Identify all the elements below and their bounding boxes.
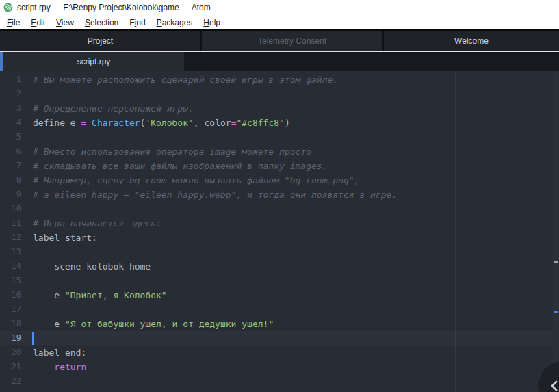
title-bar: script.rpy — F:\Renpy Project\Kolobok\ga… [0,0,559,15]
code-line[interactable]: 18 e "Я от бабушки ушел, и от дедушки уш… [0,317,559,331]
code-text: return [27,360,86,374]
code-line[interactable]: 6# Вместо использования оператора image … [0,144,559,159]
tab-script-rpy[interactable]: script.rpy [3,52,184,71]
code-text: # Вы можете расположить сценарий своей и… [27,73,338,87]
menu-view[interactable]: View [51,16,79,29]
line-number: 7 [0,159,27,173]
code-line[interactable]: 21 return [0,360,559,374]
line-number: 21 [0,360,27,374]
code-text [27,130,33,144]
code-line[interactable]: 16 e "Привет, я Колобок" [0,288,559,302]
chevron-left-icon [547,378,559,392]
scroll-marker [554,311,558,313]
menu-packages[interactable]: Packages [151,16,198,29]
active-pane-accent [0,52,3,71]
file-tab-bar: script.rpy [0,52,559,71]
menu-bar: FileEditViewSelectionFindPackagesHelp [0,15,559,29]
line-number: 3 [0,101,27,116]
code-text: # Игра начинается здесь: [27,216,161,231]
code-text [27,87,33,101]
file-tab-label: script.rpy [77,57,111,66]
code-line[interactable]: 8# Например, сцену bg room можно вызвать… [0,173,559,187]
code-text [27,374,33,389]
code-text: label start: [27,231,97,245]
code-text: # а eileen happy — "eileen happy.webp", … [27,187,397,202]
tab-telemetry-consent[interactable]: Telemetry Consent [202,31,384,51]
line-number: 9 [0,187,27,202]
code-line[interactable]: 19 [0,331,559,345]
code-line[interactable]: 17 [0,302,559,317]
code-line[interactable]: 5 [0,130,559,144]
code-text: # Определение персонажей игры. [27,101,194,116]
window-title: script.rpy — F:\Renpy Project\Kolobok\ga… [17,3,211,12]
code-line[interactable]: 7# складывать все ваши файлы изображений… [0,159,559,173]
line-number: 5 [0,130,27,144]
line-number: 20 [0,345,27,360]
code-text: # Вместо использования оператора image м… [27,144,311,159]
line-number: 19 [0,331,27,345]
code-text: define e = Character('Колобок', color="#… [27,116,290,130]
atom-logo-icon [3,3,13,12]
line-number: 13 [0,245,27,259]
line-number: 18 [0,317,27,331]
pane-tab-bar: ProjectTelemetry ConsentWelcome [0,31,559,51]
code-line[interactable]: 1# Вы можете расположить сценарий своей … [0,73,559,87]
tab-project[interactable]: Project [0,31,202,51]
line-number: 4 [0,116,27,130]
scroll-marker [554,261,558,263]
code-line[interactable]: 10 [0,202,559,216]
code-text: label end: [27,345,86,360]
line-number: 6 [0,144,27,159]
line-number: 1 [0,73,27,87]
line-number: 17 [0,302,27,317]
tab-welcome[interactable]: Welcome [384,31,559,51]
code-text [27,245,33,259]
code-text [27,274,33,288]
wrap-guide [455,71,456,392]
code-line[interactable]: 20label end: [0,345,559,360]
code-text: e "Я от бабушки ушел, и от дедушки ушел!… [27,317,274,331]
code-text [27,302,33,317]
menu-edit[interactable]: Edit [25,16,51,29]
atom-window: script.rpy — F:\Renpy Project\Kolobok\ga… [0,0,559,392]
line-number: 22 [0,374,27,389]
code-line[interactable]: 4define e = Character('Колобок', color="… [0,116,559,130]
code-text: scene kolobok home [27,259,151,274]
code-line[interactable]: 2 [0,87,559,101]
line-number: 2 [0,87,27,101]
code-line[interactable]: 12label start: [0,231,559,245]
code-text: # складывать все ваши файлы изображений … [27,159,327,173]
text-cursor [32,332,34,345]
line-number: 14 [0,259,27,274]
code-line[interactable]: 13 [0,245,559,259]
menu-help[interactable]: Help [198,16,226,29]
code-text [27,202,33,216]
code-line[interactable]: 11# Игра начинается здесь: [0,216,559,231]
code-line[interactable]: 14 scene kolobok home [0,259,559,274]
code-text: e "Привет, я Колобок" [27,288,167,302]
code-line[interactable]: 3# Определение персонажей игры. [0,101,559,116]
line-number: 8 [0,173,27,187]
code-text: # Например, сцену bg room можно вызвать … [27,173,359,187]
code-line[interactable]: 9# а eileen happy — "eileen happy.webp",… [0,187,559,202]
code-line[interactable]: 22 [0,374,559,389]
code-lines: 1# Вы можете расположить сценарий своей … [0,73,559,389]
code-line[interactable]: 15 [0,274,559,288]
code-editor[interactable]: 1# Вы можете расположить сценарий своей … [0,71,559,392]
line-number: 16 [0,288,27,302]
menu-selection[interactable]: Selection [79,16,124,29]
menu-file[interactable]: File [1,16,25,29]
line-number: 10 [0,202,27,216]
line-number: 15 [0,274,27,288]
menu-find[interactable]: Find [124,16,151,29]
line-number: 11 [0,216,27,231]
scrollbar[interactable] [553,71,559,392]
line-number: 12 [0,231,27,245]
